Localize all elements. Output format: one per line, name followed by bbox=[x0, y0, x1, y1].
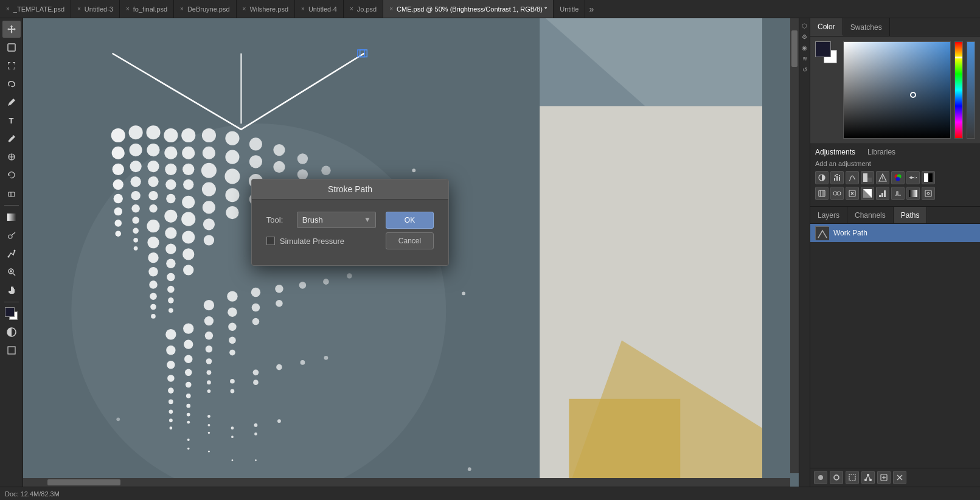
quick-mask[interactable] bbox=[2, 324, 21, 341]
foreground-color-swatch[interactable] bbox=[815, 41, 831, 57]
tab-untitled4[interactable]: × Untitled-4 bbox=[295, 0, 344, 18]
color-balance-icon[interactable] bbox=[906, 171, 920, 184]
fill-path-icon[interactable] bbox=[814, 471, 827, 484]
history-brush[interactable] bbox=[2, 167, 21, 184]
tab-close-untitled4[interactable]: × bbox=[301, 5, 305, 12]
selective-color-icon[interactable] bbox=[922, 187, 935, 200]
transform-tool[interactable] bbox=[2, 57, 21, 74]
canvas-area[interactable]: Stroke Path Tool: Pencil Brush Eraser bbox=[23, 18, 799, 487]
vibrance-icon[interactable] bbox=[876, 171, 889, 184]
svg-point-46 bbox=[133, 238, 138, 243]
tab-untitle[interactable]: Untitle bbox=[554, 0, 585, 18]
color-picker-icon[interactable]: ◉ bbox=[800, 43, 810, 52]
tab-overflow-btn[interactable]: » bbox=[585, 4, 597, 14]
color-squares[interactable] bbox=[815, 41, 839, 66]
svg-point-177 bbox=[116, 417, 120, 421]
tab-template[interactable]: × _TEMPLATE.psd bbox=[0, 0, 71, 18]
brush-tool[interactable] bbox=[2, 130, 21, 147]
tab-cme[interactable]: × CME.psd @ 50% (Brightness/Contrast 1, … bbox=[383, 0, 554, 18]
threshold-icon[interactable] bbox=[891, 187, 905, 200]
tab-close-untitled3[interactable]: × bbox=[77, 5, 81, 12]
svg-rect-10 bbox=[7, 214, 16, 221]
svg-point-109 bbox=[203, 218, 215, 230]
load-path-icon[interactable] bbox=[846, 471, 859, 484]
svg-point-124 bbox=[225, 150, 239, 164]
properties-icon[interactable]: ⚙ bbox=[800, 32, 810, 41]
tab-close-fofinal[interactable]: × bbox=[126, 5, 130, 12]
gradient-map-icon[interactable] bbox=[906, 187, 920, 200]
adjustments-icon[interactable]: ≋ bbox=[800, 54, 810, 63]
tab-close-jo[interactable]: × bbox=[350, 5, 353, 12]
vertical-scrollbar-thumb[interactable] bbox=[791, 30, 798, 67]
svg-rect-8 bbox=[9, 192, 15, 196]
delete-path-icon[interactable] bbox=[893, 471, 906, 484]
svg-rect-180 bbox=[834, 178, 835, 181]
pen-tool[interactable] bbox=[2, 94, 21, 111]
make-work-path-icon[interactable] bbox=[861, 471, 875, 484]
move-tool[interactable] bbox=[2, 21, 21, 38]
channels-tab[interactable]: Channels bbox=[847, 207, 894, 223]
invert-icon[interactable] bbox=[861, 187, 874, 200]
hue-saturation-icon[interactable] bbox=[891, 171, 905, 184]
lasso-tool[interactable] bbox=[2, 75, 21, 92]
gradient-tool[interactable] bbox=[2, 209, 21, 226]
simulate-pressure-checkbox[interactable] bbox=[266, 237, 275, 245]
selection-tool[interactable] bbox=[2, 39, 21, 56]
ok-button[interactable]: OK bbox=[386, 212, 434, 229]
color-tab[interactable]: Color bbox=[810, 18, 843, 36]
svg-point-203 bbox=[837, 192, 841, 195]
cancel-button[interactable]: Cancel bbox=[386, 232, 434, 249]
channel-mixer-icon[interactable] bbox=[830, 187, 844, 200]
svg-point-156 bbox=[276, 364, 282, 370]
color-lookup-icon[interactable] bbox=[846, 187, 859, 200]
tab-fofinal[interactable]: × fo_final.psd bbox=[120, 0, 174, 18]
layers-tab[interactable]: Layers bbox=[810, 207, 847, 223]
tab-jo[interactable]: × Jo.psd bbox=[344, 0, 383, 18]
svg-point-107 bbox=[202, 182, 216, 196]
eraser-tool[interactable] bbox=[2, 185, 21, 202]
alpha-slider[interactable] bbox=[967, 41, 975, 139]
screen-mode[interactable] bbox=[2, 342, 21, 359]
tab-close-template[interactable]: × bbox=[6, 5, 10, 12]
color-gradient-picker[interactable] bbox=[843, 41, 951, 139]
black-white-icon[interactable] bbox=[922, 171, 935, 184]
svg-line-12 bbox=[12, 232, 15, 235]
levels-icon[interactable] bbox=[830, 171, 844, 184]
stroke-path-icon[interactable] bbox=[830, 471, 843, 484]
foreground-color[interactable] bbox=[2, 305, 21, 322]
posterize-icon[interactable] bbox=[876, 187, 889, 200]
svg-point-90 bbox=[182, 231, 195, 243]
tab-wilshere[interactable]: × Wilshere.psd bbox=[237, 0, 295, 18]
type-tool[interactable]: T bbox=[2, 112, 21, 129]
tab-untitled3[interactable]: × Untitled-3 bbox=[71, 0, 120, 18]
pen-path-tool[interactable] bbox=[2, 245, 21, 262]
tab-close-debruyne[interactable]: × bbox=[180, 5, 184, 12]
new-path-icon[interactable] bbox=[877, 471, 891, 484]
work-path-item[interactable]: Work Path bbox=[810, 224, 980, 242]
tab-debruyne[interactable]: × DeBruyne.psd bbox=[174, 0, 237, 18]
paths-tab[interactable]: Paths bbox=[894, 207, 928, 223]
tab-close-wilshere[interactable]: × bbox=[243, 5, 246, 12]
hand-tool[interactable] bbox=[2, 282, 21, 299]
exposure-icon[interactable] bbox=[861, 171, 874, 184]
svg-point-71 bbox=[167, 273, 175, 281]
zoom-tool[interactable] bbox=[2, 263, 21, 280]
tool-select[interactable]: Pencil Brush Eraser Background Eraser Cl… bbox=[297, 212, 376, 228]
photo-filter-icon[interactable] bbox=[815, 187, 829, 200]
libraries-tab[interactable]: Libraries bbox=[867, 148, 895, 156]
curves-icon[interactable] bbox=[846, 171, 859, 184]
rotate-icon[interactable]: ↺ bbox=[800, 64, 810, 74]
brightness-contrast-icon[interactable] bbox=[815, 171, 829, 184]
tab-close-cme[interactable]: × bbox=[389, 5, 393, 12]
artboard-icon[interactable]: ⬡ bbox=[800, 21, 810, 30]
paths-panel: Work Path bbox=[810, 224, 980, 468]
horizontal-scrollbar[interactable] bbox=[23, 478, 790, 487]
hue-slider[interactable] bbox=[954, 41, 963, 139]
dodge-tool[interactable] bbox=[2, 227, 21, 244]
adjustments-tab[interactable]: Adjustments bbox=[815, 148, 855, 156]
vertical-scrollbar[interactable] bbox=[790, 18, 799, 473]
clone-tool[interactable] bbox=[2, 148, 21, 165]
horizontal-scrollbar-thumb[interactable] bbox=[47, 479, 120, 485]
swatches-tab[interactable]: Swatches bbox=[843, 18, 890, 36]
svg-line-16 bbox=[13, 274, 15, 276]
